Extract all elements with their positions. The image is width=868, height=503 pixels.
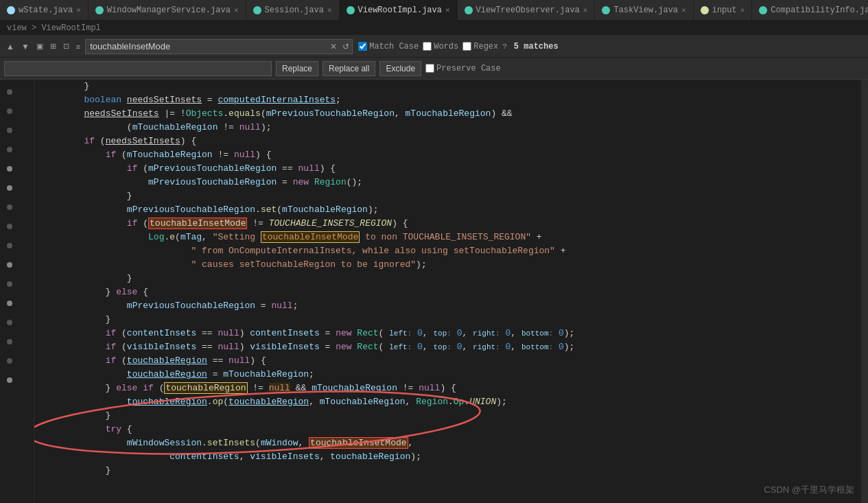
exclude-button[interactable]: Exclude: [379, 61, 421, 76]
close-icon[interactable]: ✕: [234, 5, 239, 14]
wrap-button[interactable]: ⊡: [61, 41, 71, 51]
close-icon[interactable]: ✕: [740, 5, 745, 14]
filter-button[interactable]: ≡: [74, 42, 82, 51]
gutter-dot[interactable]: [7, 185, 12, 191]
line-content: Log.e(mTag, "Setting touchableInsetMode …: [41, 231, 861, 244]
gutter-dot[interactable]: [7, 166, 12, 172]
gutter-dot[interactable]: [7, 262, 12, 268]
tab-bar: wState.java ✕ WindowManagerService.java …: [0, 0, 868, 21]
line-content: mPreviousTouchableRegion.set(mTouchableR…: [41, 203, 861, 217]
line-content: mPreviousTouchableRegion = null;: [41, 299, 861, 313]
tab-label: WindowManagerService.java: [107, 5, 231, 15]
tab-label: input: [712, 5, 737, 15]
search-input[interactable]: [85, 39, 353, 54]
gutter-dot[interactable]: [7, 320, 12, 325]
tab-input[interactable]: input ✕: [694, 0, 753, 21]
line-content: if (touchableRegion == null) {: [41, 354, 861, 368]
tab-taskview[interactable]: TaskView.java ✕: [595, 0, 693, 21]
next-match-button[interactable]: ▼: [19, 41, 32, 52]
close-icon[interactable]: ✕: [445, 5, 450, 14]
gutter-dot[interactable]: [7, 281, 12, 287]
code-line: Log.e(mTag, "Setting touchableInsetMode …: [41, 231, 861, 244]
search-bar: ▲ ▼ ▣ ⊞ ⊡ ≡ ✕ ↺ Match Case Words Regex ?…: [0, 36, 868, 58]
match-case-label: Match Case: [369, 42, 419, 51]
gutter-dot[interactable]: [7, 224, 12, 229]
multiline-button[interactable]: ⊞: [48, 41, 58, 51]
regex-help: ?: [502, 43, 507, 51]
code-line: (mTouchableRegion != null);: [41, 121, 861, 134]
line-content: (mTouchableRegion != null);: [41, 121, 861, 134]
match-case-option[interactable]: Match Case: [358, 42, 419, 51]
code-area[interactable]: } boolean needsSetInsets = computedInter…: [34, 80, 861, 503]
preserve-case-option[interactable]: Preserve Case: [425, 64, 501, 73]
gutter-dot[interactable]: [7, 358, 12, 364]
vertical-scrollbar[interactable]: [861, 80, 868, 503]
close-icon[interactable]: ✕: [76, 5, 81, 14]
gutter-dot[interactable]: [7, 147, 12, 152]
gutter-dot[interactable]: [7, 128, 12, 133]
match-count: 5 matches: [514, 42, 559, 51]
code-line: }: [41, 409, 861, 423]
preserve-case-checkbox[interactable]: [425, 64, 434, 73]
tab-viewrootimpl[interactable]: ViewRootImpl.java ✕: [340, 0, 458, 21]
code-line: touchableRegion.op(touchableRegion, mTou…: [41, 395, 861, 409]
select-all-button[interactable]: ▣: [34, 41, 45, 51]
tab-session[interactable]: Session.java ✕: [246, 0, 340, 21]
code-line: if (needsSetInsets) {: [41, 134, 861, 148]
line-content: }: [41, 464, 861, 478]
words-checkbox[interactable]: [423, 42, 432, 51]
tab-label: CompatibilityInfo.ja...: [771, 5, 868, 15]
file-icon: [253, 6, 261, 14]
replace-bar: Replace Replace all Exclude Preserve Cas…: [0, 58, 868, 80]
gutter: [0, 80, 34, 503]
close-icon[interactable]: ✕: [583, 5, 588, 14]
words-label: Words: [434, 42, 458, 51]
gutter-dot[interactable]: [7, 243, 12, 248]
line-content: if (touchableInsetMode != TOUCHABLE_INSE…: [41, 217, 861, 231]
line-content: }: [41, 313, 861, 327]
line-content: needsSetInsets |= !Objects.equals(mPrevi…: [41, 107, 861, 121]
replace-all-button[interactable]: Replace all: [322, 61, 375, 76]
gutter-dot[interactable]: [7, 89, 12, 95]
line-content: } else {: [41, 285, 861, 299]
tab-compatibilityinfo[interactable]: CompatibilityInfo.ja...: [752, 0, 868, 21]
line-content: contentInsets, visibleInsets, touchableR…: [41, 450, 861, 464]
gutter-dots: [7, 80, 12, 383]
search-icons: ✕ ↺: [328, 41, 351, 52]
code-line: } else {: [41, 285, 861, 299]
code-line: }: [41, 464, 861, 478]
gutter-dot[interactable]: [7, 204, 12, 210]
regex-checkbox[interactable]: [462, 42, 471, 51]
line-content: }: [41, 189, 861, 203]
gutter-dot[interactable]: [7, 108, 12, 114]
code-line: mWindowSession.setInsets(mWindow, toucha…: [41, 436, 861, 450]
tab-label: ViewTreeObserver.java: [476, 5, 580, 15]
preserve-case-label: Preserve Case: [436, 64, 501, 73]
regex-option[interactable]: Regex: [462, 42, 498, 51]
code-line: }: [41, 80, 861, 93]
gutter-dot[interactable]: [7, 301, 12, 306]
match-case-checkbox[interactable]: [358, 42, 367, 51]
tab-label: wState.java: [19, 5, 73, 15]
code-line: if (touchableInsetMode != TOUCHABLE_INSE…: [41, 217, 861, 231]
tab-wstate[interactable]: wState.java ✕: [0, 0, 89, 21]
tab-windowmanager[interactable]: WindowManagerService.java ✕: [89, 0, 246, 21]
prev-match-button[interactable]: ▲: [4, 41, 16, 52]
words-option[interactable]: Words: [423, 42, 458, 51]
close-icon[interactable]: ✕: [681, 5, 686, 14]
refresh-button[interactable]: ↺: [340, 41, 351, 52]
code-line: mPreviousTouchableRegion = new Region();: [41, 176, 861, 189]
tab-viewtreeobserver[interactable]: ViewTreeObserver.java ✕: [458, 0, 596, 21]
replace-input[interactable]: [4, 61, 272, 76]
gutter-dot[interactable]: [7, 377, 12, 383]
line-content: } else if (touchableRegion != null && mT…: [41, 382, 861, 395]
line-content: if (contentInsets == null) contentInsets…: [41, 327, 861, 340]
code-line: mPreviousTouchableRegion.set(mTouchableR…: [41, 203, 861, 217]
code-line: if (mPreviousTouchableRegion == null) {: [41, 162, 861, 176]
replace-button[interactable]: Replace: [276, 61, 318, 76]
code-line: needsSetInsets |= !Objects.equals(mPrevi…: [41, 107, 861, 121]
tab-label: TaskView.java: [613, 5, 678, 15]
close-icon[interactable]: ✕: [327, 5, 332, 14]
gutter-dot[interactable]: [7, 339, 12, 344]
clear-search-button[interactable]: ✕: [328, 41, 339, 52]
